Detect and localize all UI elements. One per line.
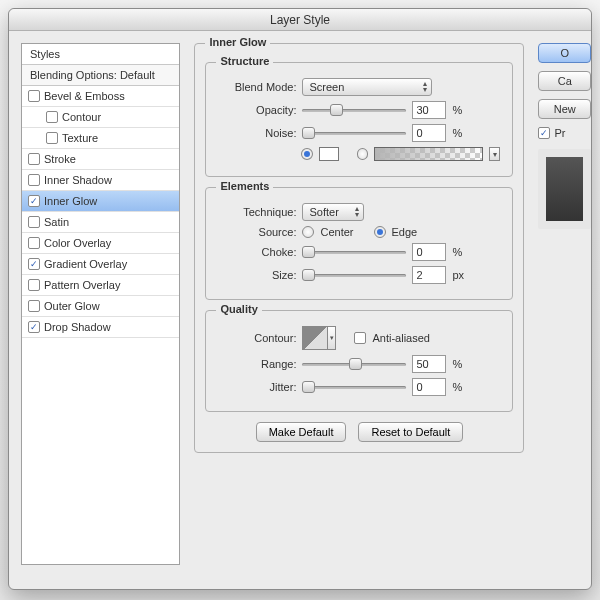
sidebar-item-bevel-emboss[interactable]: Bevel & Emboss [22,86,179,107]
right-column: O Ca New Pr [538,43,591,577]
sidebar-item-contour[interactable]: Contour [22,107,179,128]
jitter-slider[interactable] [302,380,406,394]
sidebar-item-label: Stroke [44,153,76,165]
source-edge-radio[interactable] [374,226,386,238]
choke-slider[interactable] [302,245,406,259]
reset-default-button[interactable]: Reset to Default [358,422,463,442]
contour-label: Contour: [218,332,296,344]
sidebar-header[interactable]: Styles [22,44,179,65]
blend-mode-dropdown[interactable]: Screen ▴▾ [302,78,432,96]
sidebar-blending-options[interactable]: Blending Options: Default [22,65,179,86]
source-label: Source: [218,226,296,238]
blend-mode-value: Screen [309,81,344,93]
chevron-updown-icon: ▴▾ [423,81,427,93]
source-center-label: Center [320,226,353,238]
checkbox-icon[interactable] [28,237,40,249]
checkbox-icon[interactable] [28,300,40,312]
opacity-slider[interactable] [302,103,406,117]
checkbox-icon[interactable] [28,153,40,165]
panel-title: Inner Glow [205,36,270,48]
sidebar-item-inner-glow[interactable]: Inner Glow [22,191,179,212]
technique-dropdown[interactable]: Softer ▴▾ [302,203,364,221]
jitter-unit: % [452,381,470,393]
sidebar-item-color-overlay[interactable]: Color Overlay [22,233,179,254]
technique-label: Technique: [218,206,296,218]
sidebar-item-outer-glow[interactable]: Outer Glow [22,296,179,317]
anti-aliased-checkbox[interactable] [354,332,366,344]
size-field[interactable]: 2 [412,266,446,284]
noise-field[interactable]: 0 [412,124,446,142]
checkbox-icon[interactable] [46,132,58,144]
noise-label: Noise: [218,127,296,139]
blend-mode-label: Blend Mode: [218,81,296,93]
noise-slider[interactable] [302,126,406,140]
default-buttons: Make Default Reset to Default [205,422,513,442]
new-style-button[interactable]: New [538,99,591,119]
noise-unit: % [452,127,470,139]
sidebar-item-label: Texture [62,132,98,144]
color-radio[interactable] [301,148,313,160]
sidebar-item-label: Drop Shadow [44,321,111,333]
sidebar-item-label: Pattern Overlay [44,279,120,291]
technique-value: Softer [309,206,338,218]
checkbox-icon[interactable] [28,321,40,333]
gradient-swatch[interactable] [374,147,482,161]
elements-title: Elements [216,180,273,192]
source-center-radio[interactable] [302,226,314,238]
opacity-field[interactable]: 30 [412,101,446,119]
checkbox-icon[interactable] [28,279,40,291]
choke-field[interactable]: 0 [412,243,446,261]
sidebar-item-texture[interactable]: Texture [22,128,179,149]
sidebar-item-label: Color Overlay [44,237,111,249]
cancel-button[interactable]: Ca [538,71,591,91]
elements-group: Elements Technique: Softer ▴▾ Source: Ce… [205,187,513,300]
size-label: Size: [218,269,296,281]
range-unit: % [452,358,470,370]
range-slider[interactable] [302,357,406,371]
checkbox-icon[interactable] [46,111,58,123]
make-default-button[interactable]: Make Default [256,422,347,442]
titlebar: Layer Style [9,9,591,31]
main-panel: Inner Glow Structure Blend Mode: Screen … [194,43,524,577]
layer-style-dialog: Layer Style Styles Blending Options: Def… [8,8,592,590]
quality-group: Quality Contour: ▾ Anti-aliased Range: [205,310,513,412]
structure-group: Structure Blend Mode: Screen ▴▾ Opacity:… [205,62,513,177]
gradient-dropdown-icon[interactable]: ▾ [489,147,501,161]
sidebar-item-inner-shadow[interactable]: Inner Shadow [22,170,179,191]
sidebar-item-gradient-overlay[interactable]: Gradient Overlay [22,254,179,275]
contour-picker[interactable] [302,326,328,350]
checkbox-icon[interactable] [28,216,40,228]
gradient-radio[interactable] [357,148,369,160]
range-label: Range: [218,358,296,370]
sidebar-item-stroke[interactable]: Stroke [22,149,179,170]
ok-button[interactable]: O [538,43,591,63]
content: Styles Blending Options: Default Bevel &… [9,31,591,589]
jitter-field[interactable]: 0 [412,378,446,396]
sidebar: Styles Blending Options: Default Bevel &… [21,43,180,577]
preview-label: Pr [554,127,565,139]
sidebar-item-satin[interactable]: Satin [22,212,179,233]
size-slider[interactable] [302,268,406,282]
choke-unit: % [452,246,470,258]
size-unit: px [452,269,470,281]
checkbox-icon[interactable] [28,195,40,207]
sidebar-item-drop-shadow[interactable]: Drop Shadow [22,317,179,338]
styles-list: Styles Blending Options: Default Bevel &… [21,43,180,565]
anti-aliased-label: Anti-aliased [372,332,429,344]
inner-glow-panel: Inner Glow Structure Blend Mode: Screen … [194,43,524,453]
contour-dropdown-icon[interactable]: ▾ [328,326,336,350]
sidebar-item-label: Contour [62,111,101,123]
chevron-updown-icon: ▴▾ [355,206,359,218]
quality-title: Quality [216,303,261,315]
source-edge-label: Edge [392,226,418,238]
sidebar-item-label: Outer Glow [44,300,100,312]
sidebar-item-pattern-overlay[interactable]: Pattern Overlay [22,275,179,296]
checkbox-icon[interactable] [28,90,40,102]
color-swatch[interactable] [319,147,339,161]
checkbox-icon[interactable] [28,258,40,270]
opacity-unit: % [452,104,470,116]
sidebar-item-label: Gradient Overlay [44,258,127,270]
checkbox-icon[interactable] [28,174,40,186]
preview-checkbox[interactable] [538,127,550,139]
range-field[interactable]: 50 [412,355,446,373]
